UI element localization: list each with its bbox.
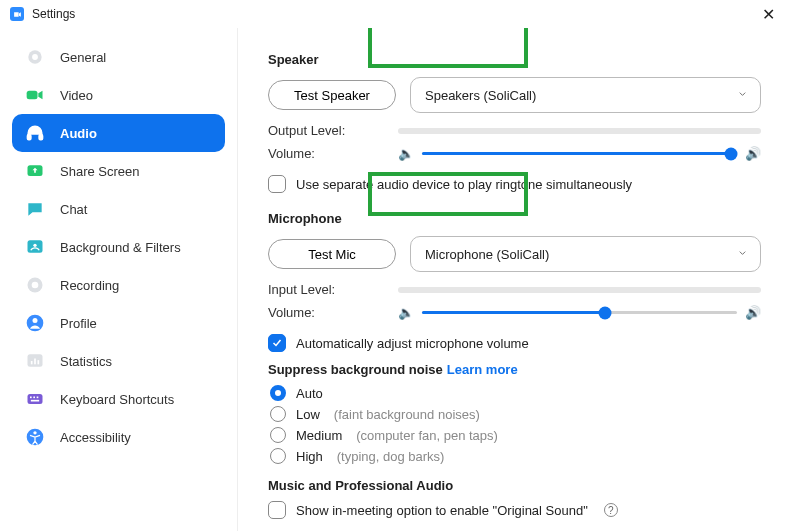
sidebar-item-label: Keyboard Shortcuts (60, 392, 174, 407)
sidebar-item-label: General (60, 50, 106, 65)
mic-volume-slider[interactable] (422, 311, 737, 314)
output-level-meter (398, 128, 761, 134)
test-mic-button[interactable]: Test Mic (268, 239, 396, 269)
sidebar-item-chat[interactable]: Chat (12, 190, 225, 228)
auto-adjust-mic-checkbox[interactable] (268, 334, 286, 352)
sidebar-item-label: Recording (60, 278, 119, 293)
content-panel: Speaker Test Speaker Speakers (SoliCall)… (238, 28, 791, 531)
sidebar-item-audio[interactable]: Audio (12, 114, 225, 152)
svg-point-7 (33, 244, 36, 247)
sidebar-item-statistics[interactable]: Statistics (12, 342, 225, 380)
suppress-medium-radio[interactable] (270, 427, 286, 443)
output-level-label: Output Level: (268, 123, 398, 138)
help-icon[interactable]: ? (604, 503, 618, 517)
keyboard-icon (24, 388, 46, 410)
profile-icon (24, 312, 46, 334)
svg-point-1 (32, 54, 38, 60)
svg-rect-3 (28, 135, 31, 140)
volume-high-icon: 🔊 (745, 146, 761, 161)
chat-icon (24, 198, 46, 220)
speaker-volume-slider[interactable] (422, 152, 737, 155)
suppress-option-label: Auto (296, 386, 323, 401)
learn-more-link[interactable]: Learn more (447, 362, 518, 377)
sidebar-item-profile[interactable]: Profile (12, 304, 225, 342)
gear-icon (24, 46, 46, 68)
microphone-section-title: Microphone (268, 211, 761, 226)
input-level-meter (398, 287, 761, 293)
suppress-low-radio[interactable] (270, 406, 286, 422)
svg-rect-15 (38, 360, 40, 364)
volume-low-icon: 🔈 (398, 305, 414, 320)
sidebar-item-video[interactable]: Video (12, 76, 225, 114)
chevron-down-icon (737, 88, 748, 103)
statistics-icon (24, 350, 46, 372)
sidebar-item-general[interactable]: General (12, 38, 225, 76)
svg-rect-16 (28, 394, 43, 404)
sidebar-item-label: Background & Filters (60, 240, 181, 255)
original-sound-label: Show in-meeting option to enable "Origin… (296, 503, 588, 518)
svg-rect-2 (27, 91, 38, 99)
sidebar-item-keyboard-shortcuts[interactable]: Keyboard Shortcuts (12, 380, 225, 418)
sidebar-item-label: Accessibility (60, 430, 131, 445)
chevron-down-icon (737, 247, 748, 262)
sidebar-item-label: Profile (60, 316, 97, 331)
speaker-volume-label: Volume: (268, 146, 398, 161)
suppress-auto-radio[interactable] (270, 385, 286, 401)
test-speaker-button[interactable]: Test Speaker (268, 80, 396, 110)
recording-icon (24, 274, 46, 296)
sidebar-item-label: Video (60, 88, 93, 103)
sidebar-item-accessibility[interactable]: Accessibility (12, 418, 225, 456)
separate-ringtone-label: Use separate audio device to play ringto… (296, 177, 632, 192)
svg-rect-4 (39, 135, 42, 140)
sidebar: General Video Audio Share Screen Chat Ba… (0, 28, 238, 531)
suppress-option-label: Low (296, 407, 320, 422)
svg-rect-20 (31, 400, 39, 402)
suppress-option-hint: (typing, dog barks) (337, 449, 445, 464)
svg-point-9 (32, 282, 39, 289)
svg-rect-19 (37, 397, 39, 399)
input-level-label: Input Level: (268, 282, 398, 297)
sidebar-item-background-filters[interactable]: Background & Filters (12, 228, 225, 266)
sidebar-item-label: Audio (60, 126, 97, 141)
svg-point-11 (33, 318, 38, 323)
svg-rect-17 (30, 397, 32, 399)
svg-rect-13 (31, 361, 33, 364)
music-pro-audio-title: Music and Professional Audio (268, 478, 761, 493)
suppress-option-hint: (faint background noises) (334, 407, 480, 422)
suppress-noise-title: Suppress background noise (268, 362, 443, 377)
headphones-icon (24, 122, 46, 144)
original-sound-checkbox[interactable] (268, 501, 286, 519)
mic-device-value: Microphone (SoliCall) (425, 247, 549, 262)
svg-point-22 (33, 431, 36, 434)
speaker-device-value: Speakers (SoliCall) (425, 88, 536, 103)
accessibility-icon (24, 426, 46, 448)
sidebar-item-share-screen[interactable]: Share Screen (12, 152, 225, 190)
suppress-option-label: Medium (296, 428, 342, 443)
sidebar-item-label: Statistics (60, 354, 112, 369)
volume-low-icon: 🔈 (398, 146, 414, 161)
separate-ringtone-checkbox[interactable] (268, 175, 286, 193)
svg-rect-14 (34, 359, 36, 365)
suppress-option-label: High (296, 449, 323, 464)
close-button[interactable]: ✕ (756, 3, 781, 26)
share-screen-icon (24, 160, 46, 182)
svg-rect-18 (33, 397, 35, 399)
sidebar-item-label: Share Screen (60, 164, 140, 179)
mic-volume-label: Volume: (268, 305, 398, 320)
suppress-option-hint: (computer fan, pen taps) (356, 428, 498, 443)
sidebar-item-recording[interactable]: Recording (12, 266, 225, 304)
video-icon (24, 84, 46, 106)
sidebar-item-label: Chat (60, 202, 87, 217)
volume-high-icon: 🔊 (745, 305, 761, 320)
speaker-section-title: Speaker (268, 52, 761, 67)
auto-adjust-mic-label: Automatically adjust microphone volume (296, 336, 529, 351)
speaker-device-dropdown[interactable]: Speakers (SoliCall) (410, 77, 761, 113)
mic-device-dropdown[interactable]: Microphone (SoliCall) (410, 236, 761, 272)
background-filters-icon (24, 236, 46, 258)
suppress-high-radio[interactable] (270, 448, 286, 464)
window-title: Settings (32, 7, 75, 21)
app-icon (10, 7, 24, 21)
